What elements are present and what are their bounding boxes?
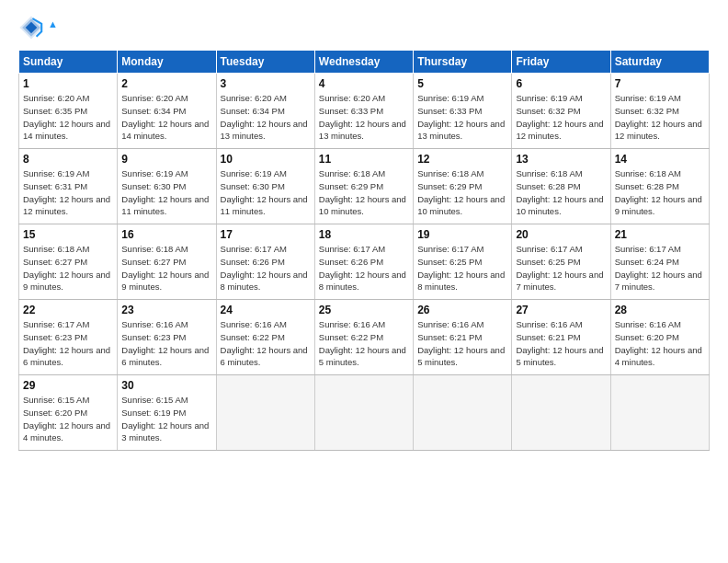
day-number: 25 xyxy=(319,304,409,316)
calendar-cell: 29Sunrise: 6:15 AMSunset: 6:20 PMDayligh… xyxy=(19,375,118,451)
calendar-cell: 5Sunrise: 6:19 AMSunset: 6:33 PMDaylight… xyxy=(414,74,512,149)
week-row-3: 15Sunrise: 6:18 AMSunset: 6:27 PMDayligh… xyxy=(19,224,710,300)
day-number: 19 xyxy=(417,228,507,241)
calendar-cell: 6Sunrise: 6:19 AMSunset: 6:32 PMDaylight… xyxy=(512,74,610,149)
calendar-cell: 23Sunrise: 6:16 AMSunset: 6:23 PMDayligh… xyxy=(118,300,216,375)
day-number: 12 xyxy=(417,153,507,166)
day-info: Sunrise: 6:20 AMSunset: 6:34 PMDaylight:… xyxy=(121,92,211,143)
calendar-cell: 19Sunrise: 6:17 AMSunset: 6:25 PMDayligh… xyxy=(414,224,512,300)
calendar-cell: 18Sunrise: 6:17 AMSunset: 6:26 PMDayligh… xyxy=(314,224,413,300)
day-number: 13 xyxy=(516,153,606,166)
day-number: 22 xyxy=(23,304,113,316)
header-saturday: Saturday xyxy=(610,51,709,74)
header: ▲ xyxy=(18,15,710,40)
weekday-header-row: Sunday Monday Tuesday Wednesday Thursday… xyxy=(19,51,710,74)
day-number: 1 xyxy=(23,77,113,90)
day-info: Sunrise: 6:20 AMSunset: 6:34 PMDaylight:… xyxy=(221,92,311,143)
calendar-cell: 14Sunrise: 6:18 AMSunset: 6:28 PMDayligh… xyxy=(610,149,709,224)
logo-line1: ▲ xyxy=(48,18,58,37)
day-info: Sunrise: 6:19 AMSunset: 6:30 PMDaylight:… xyxy=(121,167,211,218)
calendar-cell: 7Sunrise: 6:19 AMSunset: 6:32 PMDaylight… xyxy=(610,74,709,149)
header-tuesday: Tuesday xyxy=(216,51,314,74)
calendar-cell: 4Sunrise: 6:20 AMSunset: 6:33 PMDaylight… xyxy=(314,74,413,149)
day-number: 4 xyxy=(319,77,409,90)
day-info: Sunrise: 6:17 AMSunset: 6:26 PMDaylight:… xyxy=(319,243,409,293)
day-info: Sunrise: 6:16 AMSunset: 6:22 PMDaylight:… xyxy=(319,318,409,369)
day-number: 30 xyxy=(121,379,211,392)
calendar-cell: 11Sunrise: 6:18 AMSunset: 6:29 PMDayligh… xyxy=(314,149,413,224)
day-info: Sunrise: 6:20 AMSunset: 6:35 PMDaylight:… xyxy=(23,92,113,143)
day-number: 29 xyxy=(23,379,113,392)
header-thursday: Thursday xyxy=(414,51,512,74)
day-number: 26 xyxy=(417,304,507,316)
day-info: Sunrise: 6:17 AMSunset: 6:24 PMDaylight:… xyxy=(615,243,705,293)
header-friday: Friday xyxy=(512,51,610,74)
logo: ▲ xyxy=(18,15,58,40)
day-info: Sunrise: 6:19 AMSunset: 6:31 PMDaylight:… xyxy=(23,167,113,218)
logo-icon xyxy=(18,15,44,40)
week-row-4: 22Sunrise: 6:17 AMSunset: 6:23 PMDayligh… xyxy=(19,300,710,375)
day-info: Sunrise: 6:15 AMSunset: 6:20 PMDaylight:… xyxy=(23,394,113,444)
day-number: 18 xyxy=(319,228,409,241)
calendar-cell xyxy=(610,375,709,451)
calendar-cell: 15Sunrise: 6:18 AMSunset: 6:27 PMDayligh… xyxy=(19,224,118,300)
day-number: 2 xyxy=(121,77,211,90)
day-number: 10 xyxy=(221,153,311,166)
day-number: 11 xyxy=(319,153,409,166)
calendar-cell: 24Sunrise: 6:16 AMSunset: 6:22 PMDayligh… xyxy=(216,300,314,375)
day-info: Sunrise: 6:18 AMSunset: 6:28 PMDaylight:… xyxy=(615,167,705,218)
day-info: Sunrise: 6:17 AMSunset: 6:25 PMDaylight:… xyxy=(417,243,507,293)
day-info: Sunrise: 6:16 AMSunset: 6:20 PMDaylight:… xyxy=(615,318,705,369)
calendar-cell: 1Sunrise: 6:20 AMSunset: 6:35 PMDaylight… xyxy=(19,74,118,149)
week-row-5: 29Sunrise: 6:15 AMSunset: 6:20 PMDayligh… xyxy=(19,375,710,451)
calendar-cell: 9Sunrise: 6:19 AMSunset: 6:30 PMDaylight… xyxy=(118,149,216,224)
day-number: 16 xyxy=(121,228,211,241)
day-info: Sunrise: 6:16 AMSunset: 6:23 PMDaylight:… xyxy=(121,318,211,369)
day-number: 24 xyxy=(221,304,311,316)
day-info: Sunrise: 6:20 AMSunset: 6:33 PMDaylight:… xyxy=(319,92,409,143)
day-number: 15 xyxy=(23,228,113,241)
day-info: Sunrise: 6:18 AMSunset: 6:29 PMDaylight:… xyxy=(417,167,507,218)
header-wednesday: Wednesday xyxy=(314,51,413,74)
day-info: Sunrise: 6:15 AMSunset: 6:19 PMDaylight:… xyxy=(121,394,211,444)
calendar-cell: 2Sunrise: 6:20 AMSunset: 6:34 PMDaylight… xyxy=(118,74,216,149)
calendar-cell: 13Sunrise: 6:18 AMSunset: 6:28 PMDayligh… xyxy=(512,149,610,224)
day-info: Sunrise: 6:18 AMSunset: 6:27 PMDaylight:… xyxy=(121,243,211,293)
day-info: Sunrise: 6:18 AMSunset: 6:29 PMDaylight:… xyxy=(319,167,409,218)
day-number: 20 xyxy=(516,228,606,241)
day-info: Sunrise: 6:16 AMSunset: 6:22 PMDaylight:… xyxy=(221,318,311,369)
day-number: 21 xyxy=(615,228,705,241)
calendar-cell: 12Sunrise: 6:18 AMSunset: 6:29 PMDayligh… xyxy=(414,149,512,224)
calendar-cell xyxy=(414,375,512,451)
calendar-cell: 8Sunrise: 6:19 AMSunset: 6:31 PMDaylight… xyxy=(19,149,118,224)
calendar-cell: 22Sunrise: 6:17 AMSunset: 6:23 PMDayligh… xyxy=(19,300,118,375)
week-row-1: 1Sunrise: 6:20 AMSunset: 6:35 PMDaylight… xyxy=(19,74,710,149)
day-number: 7 xyxy=(615,77,705,90)
header-sunday: Sunday xyxy=(19,51,118,74)
day-info: Sunrise: 6:17 AMSunset: 6:23 PMDaylight:… xyxy=(23,318,113,369)
day-info: Sunrise: 6:17 AMSunset: 6:25 PMDaylight:… xyxy=(516,243,606,293)
calendar-cell: 3Sunrise: 6:20 AMSunset: 6:34 PMDaylight… xyxy=(216,74,314,149)
calendar-table: Sunday Monday Tuesday Wednesday Thursday… xyxy=(18,50,710,451)
day-number: 27 xyxy=(516,304,606,316)
day-number: 28 xyxy=(615,304,705,316)
calendar-cell: 10Sunrise: 6:19 AMSunset: 6:30 PMDayligh… xyxy=(216,149,314,224)
calendar-cell xyxy=(216,375,314,451)
calendar-cell: 30Sunrise: 6:15 AMSunset: 6:19 PMDayligh… xyxy=(118,375,216,451)
day-number: 9 xyxy=(121,153,211,166)
day-number: 3 xyxy=(221,77,311,90)
calendar-cell: 16Sunrise: 6:18 AMSunset: 6:27 PMDayligh… xyxy=(118,224,216,300)
day-number: 8 xyxy=(23,153,113,166)
calendar-cell: 27Sunrise: 6:16 AMSunset: 6:21 PMDayligh… xyxy=(512,300,610,375)
day-info: Sunrise: 6:19 AMSunset: 6:30 PMDaylight:… xyxy=(221,167,311,218)
header-monday: Monday xyxy=(118,51,216,74)
calendar-cell: 28Sunrise: 6:16 AMSunset: 6:20 PMDayligh… xyxy=(610,300,709,375)
day-info: Sunrise: 6:16 AMSunset: 6:21 PMDaylight:… xyxy=(417,318,507,369)
page: ▲ Sunday Monday Tuesday Wednesday Thursd… xyxy=(0,0,728,563)
day-info: Sunrise: 6:19 AMSunset: 6:32 PMDaylight:… xyxy=(615,92,705,143)
day-info: Sunrise: 6:18 AMSunset: 6:27 PMDaylight:… xyxy=(23,243,113,293)
calendar-cell xyxy=(512,375,610,451)
calendar-cell: 25Sunrise: 6:16 AMSunset: 6:22 PMDayligh… xyxy=(314,300,413,375)
day-number: 23 xyxy=(121,304,211,316)
calendar-cell xyxy=(314,375,413,451)
